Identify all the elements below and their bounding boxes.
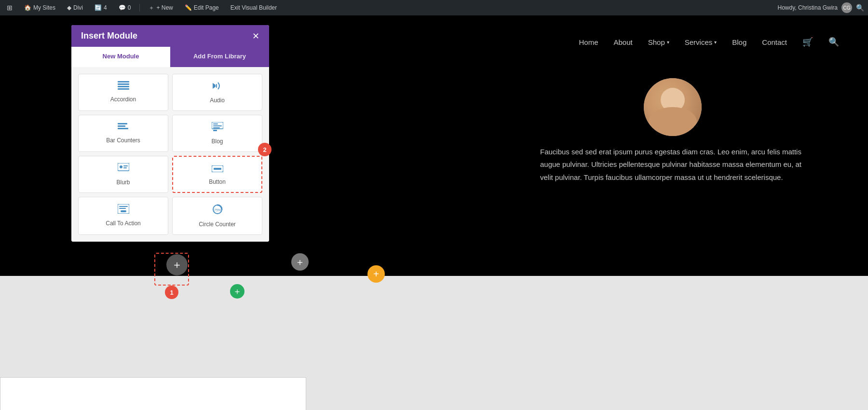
accordion-icon <box>118 81 129 92</box>
svg-rect-8 <box>118 128 128 129</box>
badge-2[interactable]: 2 <box>258 143 271 156</box>
call-to-action-label: Call To Action <box>106 220 141 227</box>
module-audio[interactable]: Audio <box>172 74 262 111</box>
site-navigation: Home About Shop ▾ Services ▾ Blog Contac… <box>579 37 839 47</box>
blog-label: Blog <box>211 138 223 145</box>
svg-rect-7 <box>118 125 125 127</box>
svg-rect-11 <box>213 125 222 126</box>
svg-text:75%: 75% <box>214 208 220 212</box>
divi-label: Divi <box>73 4 83 11</box>
comments-icon: 💬 <box>119 4 126 11</box>
button-label: Button <box>209 178 226 185</box>
add-column-icon: ＋ <box>233 286 242 297</box>
audio-label: Audio <box>210 97 225 104</box>
insert-module-dialog: Insert Module ✕ New Module Add From Libr… <box>71 25 269 242</box>
wp-logo[interactable]: ⊞ <box>4 0 15 15</box>
edit-page-button[interactable]: ✏️ Edit Page <box>182 0 222 15</box>
svg-rect-19 <box>214 168 221 170</box>
svg-rect-0 <box>118 81 129 82</box>
nav-about[interactable]: About <box>613 38 632 46</box>
my-sites-icon: 🏠 <box>24 4 31 11</box>
badge-1[interactable]: 1 <box>165 286 178 299</box>
user-greeting: Howdy, Christina Gwira <box>778 4 838 11</box>
audio-icon <box>212 81 223 93</box>
new-label: + New <box>156 4 173 11</box>
add-column-button[interactable]: ＋ <box>230 284 244 299</box>
svg-rect-1 <box>118 83 129 85</box>
dialog-close-button[interactable]: ✕ <box>252 32 259 41</box>
new-button[interactable]: ＋ + New <box>146 0 176 15</box>
modules-grid: Accordion Audio Bar Counters <box>71 67 269 242</box>
my-sites-menu[interactable]: 🏠 My Sites <box>21 0 58 15</box>
bar-counters-icon <box>118 122 129 133</box>
updates-icon: 🔄 <box>95 4 102 11</box>
divi-icon: ◆ <box>67 4 71 11</box>
new-icon: ＋ <box>149 4 154 12</box>
hero-avatar <box>644 78 702 136</box>
svg-rect-6 <box>118 123 127 124</box>
module-blog[interactable]: Blog <box>172 115 262 152</box>
hero-right-content: Faucibus sed sed erat ipsum purus egesta… <box>540 78 805 184</box>
blurb-label: Blurb <box>116 179 130 186</box>
add-module-button[interactable]: ＋ <box>166 254 188 275</box>
hero-description: Faucibus sed sed erat ipsum purus egesta… <box>540 146 805 184</box>
lower-section: Expe ience <box>0 276 868 410</box>
tab-new-module[interactable]: New Module <box>71 47 170 67</box>
svg-rect-14 <box>118 163 129 171</box>
svg-rect-22 <box>119 208 126 209</box>
page-wrapper: Home About Shop ▾ Services ▾ Blog Contac… <box>0 15 868 410</box>
module-button[interactable]: Button <box>172 156 262 193</box>
svg-rect-3 <box>118 88 129 90</box>
add-section-icon: ＋ <box>295 256 305 269</box>
svg-rect-16 <box>123 165 128 166</box>
circle-counter-label: Circle Counter <box>199 221 236 228</box>
my-sites-label: My Sites <box>33 4 55 11</box>
module-call-to-action[interactable]: Call To Action <box>78 197 168 235</box>
admin-bar: ⊞ 🏠 My Sites ◆ Divi 🔄 4 💬 0 ＋ + New ✏️ E… <box>0 0 868 15</box>
search-icon[interactable]: 🔍 <box>828 37 839 47</box>
wp-icon: ⊞ <box>7 4 13 12</box>
svg-rect-5 <box>216 84 217 88</box>
module-bar-counters[interactable]: Bar Counters <box>78 115 168 152</box>
dialog-tabs: New Module Add From Library <box>71 47 269 67</box>
avatar-image <box>644 78 702 136</box>
exit-builder-button[interactable]: Exit Visual Builder <box>228 0 280 15</box>
tab-add-from-library[interactable]: Add From Library <box>170 47 269 67</box>
module-circle-counter[interactable]: 75% Circle Counter <box>172 197 262 235</box>
cart-icon[interactable]: 🛒 <box>802 37 813 47</box>
updates-count: 4 <box>104 4 107 11</box>
services-chevron-icon: ▾ <box>714 40 717 45</box>
nav-services[interactable]: Services ▾ <box>685 38 717 46</box>
svg-rect-10 <box>213 123 218 124</box>
svg-point-15 <box>120 165 122 168</box>
svg-rect-21 <box>119 206 128 207</box>
module-blurb[interactable]: Blurb <box>78 156 168 193</box>
nav-shop[interactable]: Shop ▾ <box>648 38 669 46</box>
admin-bar-right: Howdy, Christina Gwira CG 🔍 <box>778 2 864 13</box>
admin-search-icon[interactable]: 🔍 <box>856 4 864 12</box>
avatar[interactable]: CG <box>841 2 852 13</box>
shop-chevron-icon: ▾ <box>667 40 669 45</box>
comments-menu[interactable]: 💬 0 <box>116 0 134 15</box>
exit-builder-label: Exit Visual Builder <box>231 4 277 11</box>
add-section-button[interactable]: ＋ <box>291 253 309 271</box>
nav-contact[interactable]: Contact <box>762 38 787 46</box>
bar-counters-label: Bar Counters <box>106 137 140 144</box>
circle-counter-icon: 75% <box>212 204 223 217</box>
dialog-header: Insert Module ✕ <box>71 25 269 47</box>
call-to-action-icon <box>118 204 129 216</box>
divi-menu[interactable]: ◆ Divi <box>64 0 86 15</box>
white-box <box>0 377 306 410</box>
nav-blog[interactable]: Blog <box>732 38 746 46</box>
comments-count: 0 <box>128 4 131 11</box>
svg-rect-13 <box>213 130 217 131</box>
blurb-icon <box>118 163 129 175</box>
add-module-icon: ＋ <box>172 258 182 272</box>
nav-home[interactable]: Home <box>579 38 598 46</box>
accordion-label: Accordion <box>110 96 136 103</box>
module-accordion[interactable]: Accordion <box>78 74 168 111</box>
add-row-button[interactable]: + <box>367 265 385 283</box>
updates-menu[interactable]: 🔄 4 <box>92 0 110 15</box>
edit-page-label: Edit Page <box>194 4 219 11</box>
svg-rect-12 <box>213 127 220 128</box>
